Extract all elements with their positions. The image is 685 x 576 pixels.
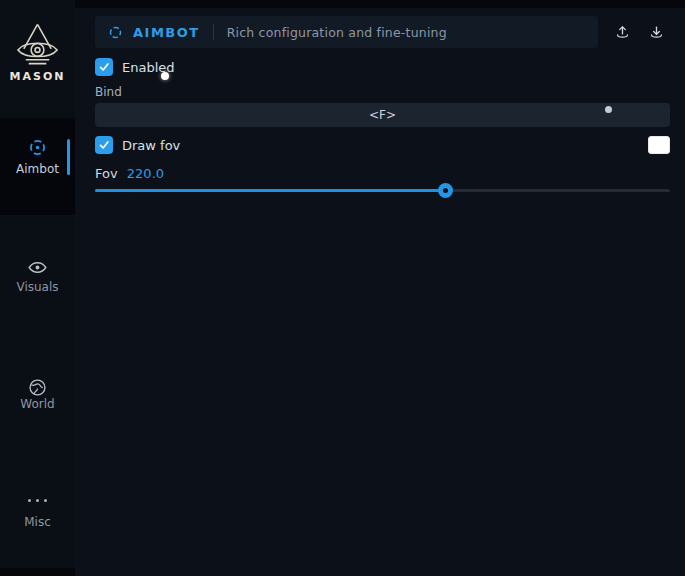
page-subtitle: Rich configuration and fine-tuning bbox=[227, 25, 447, 40]
page-title: AIMBOT bbox=[133, 25, 200, 40]
crosshair-icon bbox=[27, 137, 48, 158]
export-config-button[interactable] bbox=[608, 18, 636, 46]
fov-value: 220.0 bbox=[127, 166, 164, 181]
import-config-button[interactable] bbox=[642, 18, 670, 46]
fov-label: Fov bbox=[95, 166, 118, 181]
draw-fov-label: Draw fov bbox=[122, 138, 180, 153]
fov-slider[interactable] bbox=[95, 182, 670, 198]
bind-indicator-dot bbox=[605, 106, 612, 113]
fov-value-row: Fov 220.0 bbox=[95, 166, 164, 181]
fov-slider-thumb[interactable] bbox=[438, 183, 453, 198]
mouse-cursor-dot bbox=[161, 72, 169, 80]
crosshair-icon bbox=[108, 25, 123, 40]
fov-slider-fill bbox=[95, 189, 446, 192]
brand-name: MASON bbox=[0, 70, 75, 83]
mason-menu-window: MASON Aimbot Visuals World Misc AIMBOT R… bbox=[0, 0, 685, 576]
check-icon bbox=[98, 61, 110, 73]
sidebar-item-label-aimbot: Aimbot bbox=[0, 162, 75, 176]
sidebar-item-visuals[interactable] bbox=[0, 250, 75, 296]
fov-color-picker[interactable] bbox=[648, 136, 670, 154]
sidebar-item-misc[interactable] bbox=[0, 492, 75, 538]
sidebar-item-world[interactable] bbox=[0, 370, 75, 416]
pyramid-eye-icon bbox=[14, 22, 61, 68]
header-divider bbox=[213, 24, 214, 40]
bind-keybind-field[interactable]: <F> bbox=[95, 103, 670, 127]
bind-label: Bind bbox=[95, 85, 122, 99]
upload-icon bbox=[614, 24, 631, 41]
draw-fov-checkbox[interactable] bbox=[95, 136, 113, 154]
download-icon bbox=[648, 24, 665, 41]
content-area bbox=[75, 8, 685, 576]
page-header: AIMBOT Rich configuration and fine-tunin… bbox=[95, 16, 598, 48]
check-icon bbox=[98, 139, 110, 151]
enabled-checkbox[interactable] bbox=[95, 58, 113, 76]
